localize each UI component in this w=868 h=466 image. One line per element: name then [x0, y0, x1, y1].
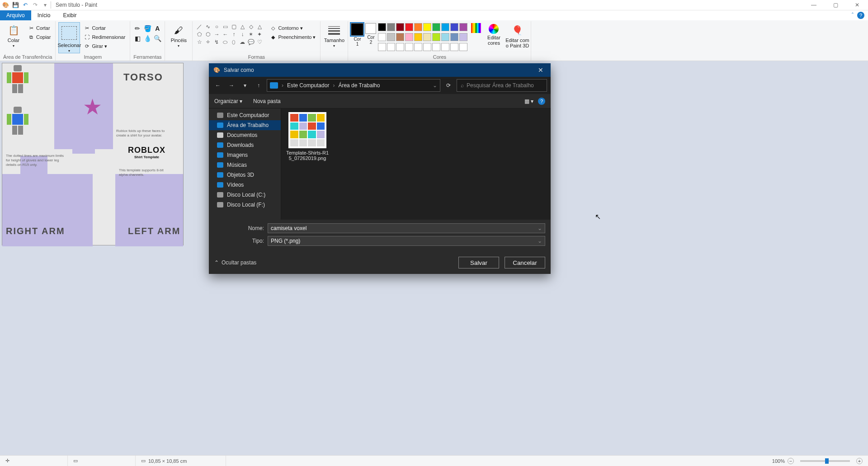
tree-computer[interactable]: Este Computador — [209, 110, 281, 120]
dialog-close-button[interactable]: ✕ — [535, 66, 546, 74]
dialog-help-button[interactable]: ? — [538, 98, 545, 105]
color2-button[interactable]: Cor 2 — [365, 22, 376, 45]
collapse-ribbon-icon[interactable]: ˆ — [852, 12, 854, 19]
color-swatch[interactable] — [432, 43, 440, 51]
color-swatch[interactable] — [459, 33, 467, 41]
zoom-slider[interactable] — [800, 460, 850, 462]
color-swatch[interactable] — [432, 33, 440, 41]
color-swatch[interactable] — [405, 33, 413, 41]
color-swatch[interactable] — [378, 23, 386, 31]
crumb-desktop[interactable]: Área de Trabalho — [338, 82, 380, 89]
tree-documents[interactable]: Documentos — [209, 130, 281, 140]
hide-folders-button[interactable]: ⌃Ocultar pastas — [214, 259, 256, 266]
save-icon[interactable]: 💾 — [12, 1, 19, 9]
view-mode-button[interactable]: ▦ ▾ — [524, 98, 533, 104]
pencil-tool[interactable]: ✏ — [133, 24, 142, 33]
color-swatch[interactable] — [459, 23, 467, 31]
picker-tool[interactable]: 💧 — [143, 34, 152, 43]
file-item[interactable]: Template-Shirts-R15_07262019.png — [285, 112, 330, 161]
tree-videos[interactable]: Vídeos — [209, 180, 281, 190]
tab-home[interactable]: Início — [31, 10, 57, 20]
color-swatch[interactable] — [405, 23, 413, 31]
maximize-button[interactable]: ▢ — [830, 2, 841, 8]
breadcrumb[interactable]: › Este Computador › Área de Trabalho ⌄ — [267, 79, 440, 92]
select-button[interactable]: Selecionar ▾ — [58, 22, 80, 53]
color-swatch[interactable] — [441, 43, 449, 51]
chevron-down-icon[interactable]: ▾ — [240, 80, 250, 91]
color-swatch[interactable] — [405, 43, 413, 51]
redo-icon[interactable]: ↷ — [32, 1, 39, 9]
zoom-out-button[interactable]: − — [788, 458, 794, 464]
tree-downloads[interactable]: Downloads — [209, 140, 281, 150]
shape-fill-button[interactable]: ◆Preenchimento ▾ — [268, 33, 317, 41]
brushes-button[interactable]: 🖌 Pincéis ▾ — [168, 22, 189, 48]
name-input[interactable]: camiseta voxel⌄ — [268, 223, 545, 233]
color-swatch[interactable] — [396, 33, 404, 41]
nav-up-button[interactable]: ↑ — [253, 80, 264, 91]
organize-button[interactable]: Organizar ▾ — [214, 98, 242, 104]
edit-colors-button[interactable]: Editar cores — [483, 22, 505, 46]
color-swatch[interactable] — [459, 43, 467, 51]
color-swatch[interactable] — [396, 43, 404, 51]
chevron-down-icon[interactable]: ⌄ — [538, 225, 542, 231]
color-swatch[interactable] — [423, 43, 431, 51]
tree-diskc[interactable]: Disco Local (C:) — [209, 190, 281, 200]
qat-customize-icon[interactable]: ▾ — [42, 1, 49, 9]
resize-button[interactable]: ⛶Redimensionar — [82, 33, 127, 41]
color-swatch[interactable] — [423, 33, 431, 41]
text-tool[interactable]: A — [153, 24, 162, 33]
chevron-down-icon[interactable]: ⌄ — [538, 238, 542, 244]
tree-diskf[interactable]: Disco Local (F:) — [209, 200, 281, 210]
cut-button[interactable]: ✂Cortar — [26, 24, 52, 32]
refresh-button[interactable]: ⟳ — [443, 80, 454, 91]
color1-button[interactable]: Cor 1 — [351, 22, 363, 47]
zoom-in-button[interactable]: + — [856, 458, 863, 464]
color-swatch[interactable] — [387, 33, 395, 41]
cancel-button[interactable]: Cancelar — [505, 257, 545, 268]
tab-file[interactable]: Arquivo — [0, 10, 31, 20]
type-select[interactable]: PNG (*.png)⌄ — [268, 236, 545, 246]
color-swatch[interactable] — [423, 23, 431, 31]
color-swatch[interactable] — [414, 23, 422, 31]
color-swatch[interactable] — [450, 23, 458, 31]
tree-music[interactable]: Músicas — [209, 160, 281, 170]
color-swatch[interactable] — [432, 23, 440, 31]
size-button[interactable]: Tamanho ▾ — [323, 22, 345, 48]
file-pane[interactable]: Template-Shirts-R15_07262019.png — [281, 108, 551, 220]
color-swatch[interactable] — [396, 23, 404, 31]
chevron-down-icon[interactable]: ⌄ — [433, 82, 437, 89]
rotate-button[interactable]: ⟳Girar ▾ — [82, 42, 127, 50]
color-swatch[interactable] — [450, 33, 458, 41]
crop-button[interactable]: ✂Cortar — [82, 24, 127, 32]
undo-icon[interactable]: ↶ — [22, 1, 29, 9]
color-swatch[interactable] — [414, 43, 422, 51]
tree-images[interactable]: Imagens — [209, 150, 281, 160]
tree-objects3d[interactable]: Objetos 3D — [209, 170, 281, 180]
shape-outline-button[interactable]: ◇Contorno ▾ — [268, 24, 317, 32]
close-button[interactable]: ✕ — [852, 2, 863, 8]
tab-view[interactable]: Exibir — [57, 10, 83, 20]
rainbow-picker[interactable] — [471, 22, 481, 33]
new-folder-button[interactable]: Nova pasta — [253, 98, 281, 104]
magnifier-tool[interactable]: 🔍 — [153, 34, 162, 43]
eraser-tool[interactable]: ◧ — [133, 34, 142, 43]
paste-button[interactable]: 📋 Colar ▾ — [3, 22, 24, 48]
help-icon[interactable]: ? — [857, 12, 864, 19]
color-swatch[interactable] — [387, 23, 395, 31]
color-swatch[interactable] — [387, 43, 395, 51]
color-swatch[interactable] — [414, 33, 422, 41]
paint3d-button[interactable]: 🎈 Editar com o Paint 3D — [506, 22, 528, 48]
save-button[interactable]: Salvar — [458, 257, 499, 268]
shapes-gallery[interactable]: ／∿○▭▢△◇△ ⬠⬡→←↑↓✶✦ ☆✧↯⬭⬯☁💬♡ — [195, 22, 264, 46]
nav-back-button[interactable]: ← — [212, 80, 223, 91]
copy-button[interactable]: ⧉Copiar — [26, 33, 52, 41]
crumb-computer[interactable]: Este Computador — [287, 82, 329, 89]
color-swatch[interactable] — [441, 33, 449, 41]
canvas[interactable]: TORSO ★ Roblox folds up these faces to c… — [2, 63, 184, 245]
color-swatch[interactable] — [450, 43, 458, 51]
color-swatch[interactable] — [378, 33, 386, 41]
color-swatch[interactable] — [441, 23, 449, 31]
minimize-button[interactable]: — — [808, 2, 819, 8]
search-input[interactable]: ⌕ Pesquisar Área de Trabalho — [457, 79, 547, 92]
fill-tool[interactable]: 🪣 — [143, 24, 152, 33]
